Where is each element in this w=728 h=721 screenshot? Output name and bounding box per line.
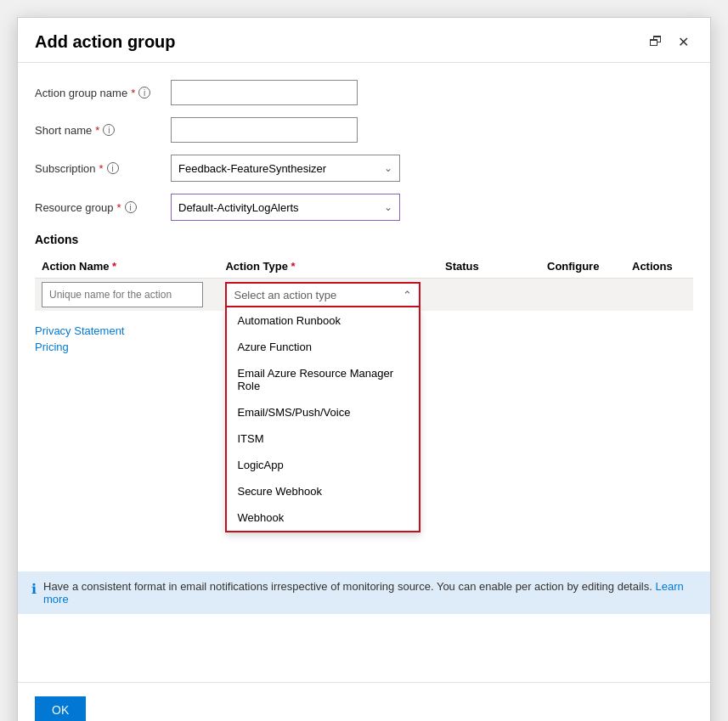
resource-group-row: Resource group * i Default-ActivityLogAl… bbox=[35, 194, 693, 221]
subscription-dropdown[interactable]: Feedback-FeatureSynthesizer ⌄ bbox=[171, 155, 400, 182]
dialog-footer: OK bbox=[18, 682, 710, 721]
short-name-required-star: * bbox=[95, 124, 99, 137]
action-name-cell bbox=[35, 279, 218, 312]
subscription-required-star: * bbox=[99, 162, 104, 175]
actions-table: Action Name * Action Type * Status Confi… bbox=[35, 255, 693, 311]
dropdown-item-webhook[interactable]: Webhook bbox=[227, 504, 419, 531]
info-banner-text: Have a consistent format in email notifi… bbox=[43, 580, 697, 606]
dialog-title: Add action group bbox=[35, 32, 176, 52]
actions-cell bbox=[625, 279, 693, 312]
subscription-chevron-icon: ⌄ bbox=[384, 162, 392, 174]
subscription-info-icon[interactable]: i bbox=[107, 162, 119, 174]
add-action-group-dialog: Add action group 🗗 ✕ Action group name *… bbox=[17, 17, 711, 721]
status-cell bbox=[438, 279, 540, 312]
action-group-name-row: Action group name * i bbox=[35, 80, 693, 105]
configure-cell bbox=[540, 279, 625, 312]
close-button[interactable]: ✕ bbox=[673, 31, 693, 52]
info-banner-icon: ℹ bbox=[31, 581, 37, 597]
dropdown-item-email-arm-role[interactable]: Email Azure Resource Manager Role bbox=[227, 360, 419, 399]
col-action-type: Action Type * bbox=[218, 255, 438, 279]
col-actions: Actions bbox=[625, 255, 693, 279]
resource-group-required-star: * bbox=[117, 201, 121, 214]
action-group-name-label: Action group name * i bbox=[35, 87, 171, 99]
action-type-chevron-icon: ⌃ bbox=[403, 289, 412, 301]
short-name-input[interactable] bbox=[171, 117, 358, 143]
dropdown-item-secure-webhook[interactable]: Secure Webhook bbox=[227, 478, 419, 504]
table-row: Select an action type ⌃ Automation Runbo… bbox=[35, 279, 693, 312]
short-name-row: Short name * i bbox=[35, 117, 693, 143]
subscription-label: Subscription * i bbox=[35, 162, 171, 175]
resource-group-info-icon[interactable]: i bbox=[125, 201, 137, 213]
col-action-name: Action Name * bbox=[35, 255, 218, 279]
dialog-controls: 🗗 ✕ bbox=[646, 31, 693, 52]
action-group-name-input[interactable] bbox=[171, 80, 358, 105]
resource-group-dropdown[interactable]: Default-ActivityLogAlerts ⌄ bbox=[171, 194, 400, 221]
action-type-dropdown[interactable]: Select an action type ⌃ bbox=[225, 282, 420, 307]
action-name-input[interactable] bbox=[42, 282, 203, 307]
col-status: Status bbox=[438, 255, 540, 279]
info-banner: ℹ Have a consistent format in email noti… bbox=[18, 572, 710, 614]
actions-section-label: Actions bbox=[35, 233, 693, 246]
minimize-button[interactable]: 🗗 bbox=[646, 31, 666, 52]
subscription-row: Subscription * i Feedback-FeatureSynthes… bbox=[35, 155, 693, 182]
required-star: * bbox=[131, 87, 135, 99]
resource-group-label: Resource group * i bbox=[35, 201, 171, 214]
dialog-header: Add action group 🗗 ✕ bbox=[18, 18, 710, 63]
short-name-label: Short name * i bbox=[35, 124, 171, 137]
action-type-cell: Select an action type ⌃ Automation Runbo… bbox=[218, 279, 438, 312]
dropdown-item-azure-function[interactable]: Azure Function bbox=[227, 334, 419, 360]
dialog-body: Action group name * i Short name * i Sub… bbox=[18, 63, 710, 614]
dropdown-item-logicapp[interactable]: LogicApp bbox=[227, 452, 419, 478]
ok-button[interactable]: OK bbox=[35, 696, 86, 721]
action-group-name-info-icon[interactable]: i bbox=[138, 87, 150, 99]
action-type-dropdown-menu: Automation Runbook Azure Function Email … bbox=[225, 307, 420, 532]
action-type-dropdown-container: Select an action type ⌃ Automation Runbo… bbox=[225, 282, 432, 307]
dropdown-item-automation-runbook[interactable]: Automation Runbook bbox=[227, 307, 419, 334]
col-configure: Configure bbox=[540, 255, 625, 279]
resource-group-chevron-icon: ⌄ bbox=[384, 201, 392, 213]
dropdown-item-email-sms-push-voice[interactable]: Email/SMS/Push/Voice bbox=[227, 399, 419, 425]
dropdown-item-itsm[interactable]: ITSM bbox=[227, 425, 419, 452]
short-name-info-icon[interactable]: i bbox=[103, 124, 115, 136]
